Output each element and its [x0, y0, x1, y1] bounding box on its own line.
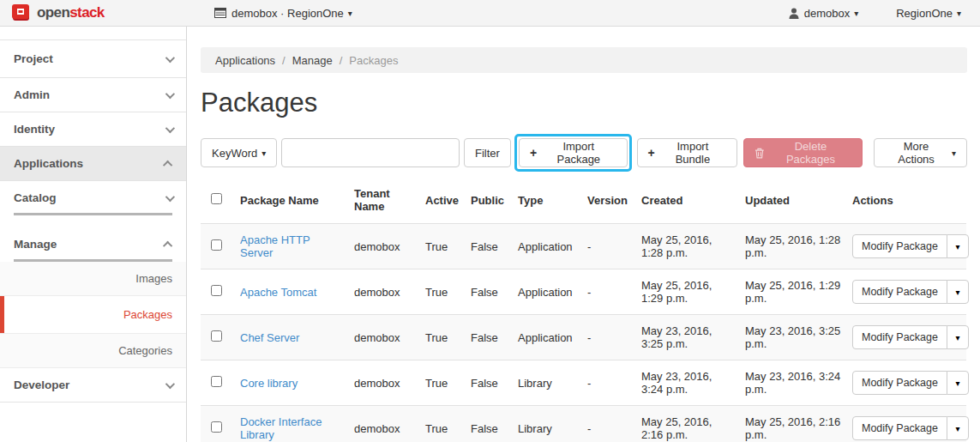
package-link[interactable]: Docker Interface Library: [240, 415, 322, 441]
filter-button[interactable]: Filter: [464, 138, 511, 167]
chevron-up-icon: [163, 160, 172, 169]
region-menu-label: RegionOne: [896, 7, 953, 20]
column-version: Version: [587, 177, 641, 224]
cell-type: Application: [518, 315, 587, 360]
keyword-dropdown[interactable]: KeyWord ▾: [201, 138, 277, 167]
import-bundle-button[interactable]: + Import Bundle: [637, 138, 738, 167]
package-link[interactable]: Apache Tomcat: [240, 286, 316, 299]
row-action-split-button: Modify Package▾: [852, 234, 969, 258]
chevron-down-icon: ▾: [957, 9, 961, 18]
row-checkbox[interactable]: [211, 421, 222, 433]
cell-public: False: [471, 360, 518, 406]
cell-type: Library: [518, 406, 587, 442]
import-package-highlight: + Import Package: [514, 134, 632, 172]
packages-table: Package Name Tenant Name Active Public T…: [201, 177, 966, 442]
package-link[interactable]: Apache HTTP Server: [240, 233, 310, 259]
context-label: demobox · RegionOne: [231, 7, 344, 20]
chevron-down-icon: [165, 378, 175, 388]
sidebar-item-packages[interactable]: Packages: [0, 296, 186, 334]
row-action-caret-button[interactable]: ▾: [947, 280, 969, 304]
row-action-split-button: Modify Package▾: [852, 371, 969, 395]
row-checkbox[interactable]: [211, 330, 222, 342]
delete-packages-button[interactable]: Delete Packages: [743, 138, 863, 167]
modify-package-button[interactable]: Modify Package: [852, 416, 947, 440]
cell-tenant: demobox: [354, 360, 425, 406]
modify-package-button[interactable]: Modify Package: [852, 371, 947, 395]
chevron-down-icon: [165, 88, 175, 98]
sidebar-item-developer[interactable]: Developer: [0, 368, 186, 403]
breadcrumb-manage[interactable]: Manage: [292, 54, 333, 67]
row-action-split-button: Modify Package▾: [852, 280, 969, 304]
page-title: Packages: [201, 87, 967, 119]
project-region-switcher[interactable]: demobox · RegionOne ▾: [214, 7, 352, 20]
sidebar-item-admin[interactable]: Admin: [0, 78, 186, 112]
region-menu[interactable]: RegionOne ▾: [896, 7, 961, 20]
more-actions-dropdown[interactable]: More Actions ▾: [874, 138, 967, 167]
cell-public: False: [471, 224, 518, 269]
row-checkbox[interactable]: [211, 239, 222, 251]
sidebar-item-project[interactable]: Project: [0, 40, 186, 78]
cell-package-name: Chef Server: [240, 315, 354, 360]
column-created: Created: [641, 177, 745, 224]
cell-created: May 23, 2016, 3:25 p.m.: [641, 315, 745, 360]
sidebar-item-categories[interactable]: Categories: [0, 334, 186, 368]
top-navbar: openstack demobox · RegionOne ▾ demobox …: [0, 0, 980, 27]
table-row: Chef ServerdemoboxTrueFalseApplication-M…: [201, 315, 966, 360]
openstack-logo[interactable]: openstack: [0, 4, 187, 21]
cell-active: True: [425, 360, 471, 406]
row-checkbox[interactable]: [211, 376, 222, 387]
cell-updated: May 25, 2016, 1:29 p.m.: [745, 269, 852, 315]
cell-select: [201, 360, 240, 406]
logo-wordmark: openstack: [37, 4, 105, 21]
cell-version: -: [587, 224, 641, 269]
cell-updated: May 23, 2016, 3:24 p.m.: [745, 360, 852, 406]
table-header-row: Package Name Tenant Name Active Public T…: [201, 177, 966, 224]
cell-type: Application: [518, 269, 587, 315]
cell-actions: Modify Package▾: [852, 360, 966, 406]
modify-package-button[interactable]: Modify Package: [852, 280, 947, 304]
row-action-split-button: Modify Package▾: [852, 325, 969, 349]
cell-tenant: demobox: [354, 315, 425, 360]
cell-public: False: [471, 269, 518, 315]
row-action-caret-button[interactable]: ▾: [947, 325, 969, 349]
sidebar-item-catalog[interactable]: Catalog: [0, 181, 186, 215]
modify-package-button[interactable]: Modify Package: [852, 234, 947, 258]
cell-version: -: [587, 406, 641, 442]
chevron-down-icon: ▾: [348, 9, 352, 18]
search-input[interactable]: [281, 138, 460, 167]
sidebar-item-images[interactable]: Images: [0, 262, 186, 296]
row-action-caret-button[interactable]: ▾: [947, 416, 969, 440]
modify-package-button[interactable]: Modify Package: [852, 325, 947, 349]
column-updated: Updated: [745, 177, 852, 224]
select-all-checkbox[interactable]: [211, 193, 222, 204]
user-menu-label: demobox: [804, 7, 850, 20]
row-checkbox[interactable]: [211, 285, 222, 296]
table-row: Core librarydemoboxTrueFalseLibrary-May …: [201, 360, 966, 406]
breadcrumb-applications[interactable]: Applications: [215, 54, 275, 67]
package-link[interactable]: Chef Server: [240, 331, 299, 344]
cell-tenant: demobox: [354, 406, 425, 442]
cell-public: False: [471, 315, 518, 360]
sidebar-item-identity[interactable]: Identity: [0, 112, 186, 147]
row-action-caret-button[interactable]: ▾: [947, 234, 969, 258]
chevron-up-icon: [163, 240, 172, 250]
breadcrumb-packages: Packages: [349, 54, 398, 67]
sidebar-nav: Project Admin Identity Applications Cata…: [0, 27, 187, 442]
sidebar-item-manage[interactable]: Manage: [0, 227, 186, 262]
cell-select: [201, 269, 240, 315]
cell-actions: Modify Package▾: [852, 269, 966, 315]
user-menu[interactable]: demobox ▾: [789, 7, 859, 20]
cell-active: True: [425, 406, 471, 442]
sidebar-item-applications[interactable]: Applications: [0, 147, 186, 181]
sidebar-gap: [0, 215, 186, 227]
column-type: Type: [518, 177, 587, 224]
row-action-caret-button[interactable]: ▾: [947, 371, 969, 395]
import-package-button[interactable]: + Import Package: [519, 138, 628, 167]
cell-select: [201, 224, 240, 269]
package-link[interactable]: Core library: [240, 377, 298, 390]
cell-package-name: Apache Tomcat: [240, 269, 354, 315]
cell-created: May 23, 2016, 3:24 p.m.: [641, 360, 745, 406]
column-actions: Actions: [852, 177, 966, 224]
table-row: Apache TomcatdemoboxTrueFalseApplication…: [201, 269, 966, 315]
cell-created: May 25, 2016, 2:16 p.m.: [641, 406, 745, 442]
